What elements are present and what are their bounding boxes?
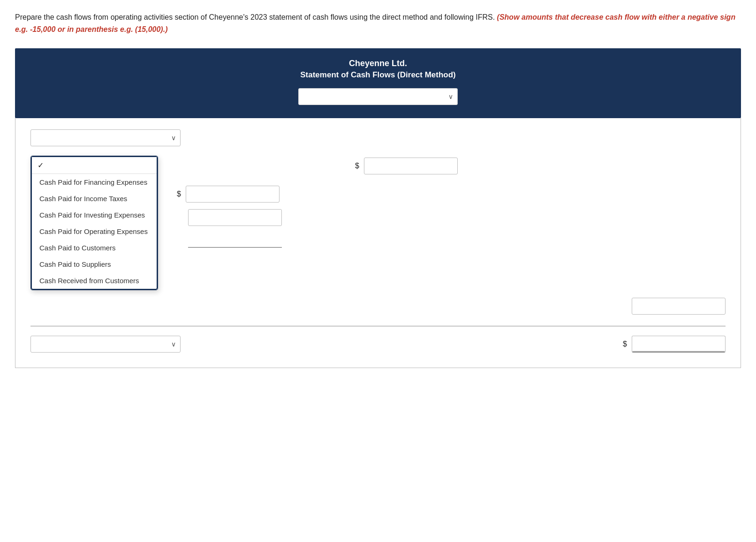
input-field-3[interactable]: [188, 209, 282, 226]
intro-plain-text: Prepare the cash flows from operating ac…: [15, 13, 497, 21]
indented-input-row-1: $: [177, 186, 458, 203]
section-top-dropdown[interactable]: Cash Flows from Operating Activities Cas…: [30, 129, 181, 146]
indented-input-row-3: [177, 233, 458, 248]
separator-line: [30, 326, 726, 326]
dropdown-option-financing[interactable]: Cash Paid for Financing Expenses: [32, 174, 157, 190]
dropdown-list-box: ✓ Cash Paid for Financing Expenses Cash …: [31, 156, 158, 290]
input-subtotal[interactable]: [632, 298, 726, 315]
dollar-sign-2: $: [177, 190, 181, 198]
input-field-top[interactable]: [364, 158, 458, 174]
bottom-input-wrapper: $: [623, 336, 726, 353]
input-field-2[interactable]: [186, 186, 280, 203]
dollar-sign-bottom: $: [623, 340, 627, 348]
indented-input-row-2: [177, 209, 458, 226]
checkmark-icon: ✓: [38, 161, 44, 170]
bottom-dropdown[interactable]: Cash Flows from Operating Activities Cas…: [30, 336, 181, 353]
dropdown-selected-row[interactable]: ✓: [32, 157, 157, 174]
dropdown-option-investing[interactable]: Cash Paid for Investing Expenses: [32, 207, 157, 223]
company-name: Cheyenne Ltd.: [34, 59, 722, 68]
statement-title: Statement of Cash Flows (Direct Method): [34, 70, 722, 80]
section-top-dropdown-wrapper: Cash Flows from Operating Activities Cas…: [30, 129, 181, 146]
input-field-4[interactable]: [188, 233, 282, 248]
bottom-row: Cash Flows from Operating Activities Cas…: [30, 336, 726, 353]
section-row-top: Cash Flows from Operating Activities Cas…: [30, 129, 726, 146]
open-dropdown-list: ✓ Cash Paid for Financing Expenses Cash …: [30, 156, 158, 290]
dropdown-option-income-taxes[interactable]: Cash Paid for Income Taxes: [32, 190, 157, 207]
intro-block: Prepare the cash flows from operating ac…: [15, 11, 741, 35]
dropdown-option-customers[interactable]: Cash Paid to Customers: [32, 240, 157, 256]
dropdown-option-operating[interactable]: Cash Paid for Operating Expenses: [32, 223, 157, 240]
input-bottom[interactable]: [632, 336, 726, 353]
year-dropdown-wrapper: For the Year Ended December 31, 2023: [34, 88, 722, 105]
year-dropdown-container: For the Year Ended December 31, 2023: [298, 88, 458, 105]
top-right-input-row: $: [355, 158, 458, 174]
dropdown-option-suppliers[interactable]: Cash Paid to Suppliers: [32, 256, 157, 272]
dropdown-option-received[interactable]: Cash Received from Customers: [32, 272, 157, 289]
dollar-sign-1: $: [355, 162, 359, 170]
bottom-dropdown-wrapper: Cash Flows from Operating Activities Cas…: [30, 336, 181, 353]
header-box: Cheyenne Ltd. Statement of Cash Flows (D…: [15, 48, 741, 118]
subtotal-row: [30, 298, 726, 315]
intro-text: Prepare the cash flows from operating ac…: [15, 11, 741, 35]
main-content: Cash Flows from Operating Activities Cas…: [15, 118, 741, 368]
year-dropdown[interactable]: For the Year Ended December 31, 2023: [298, 88, 458, 105]
